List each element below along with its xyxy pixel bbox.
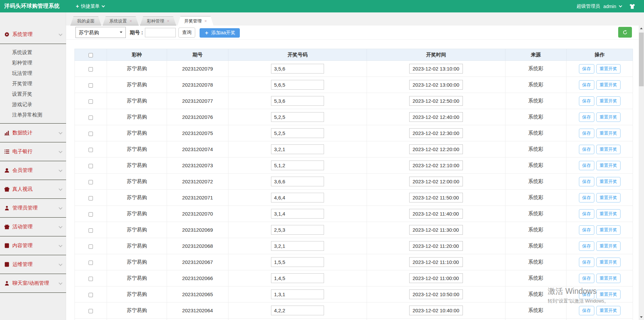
row-checkbox[interactable] xyxy=(89,99,93,104)
row-checkbox[interactable] xyxy=(89,228,93,233)
sidebar-subitem-order-anomaly-detection[interactable]: 注单异常检测 xyxy=(0,109,66,120)
draw-time-input[interactable] xyxy=(409,177,463,186)
save-button[interactable]: 保存 xyxy=(579,112,594,122)
draw-time-input[interactable] xyxy=(409,193,463,202)
save-button[interactable]: 保存 xyxy=(579,129,594,138)
vertical-scrollbar[interactable] xyxy=(639,26,644,320)
row-checkbox[interactable] xyxy=(89,196,93,200)
save-button[interactable]: 保存 xyxy=(579,177,594,186)
draw-numbers-input[interactable] xyxy=(271,80,324,90)
draw-time-input[interactable] xyxy=(409,112,463,122)
draw-time-input[interactable] xyxy=(409,144,463,154)
tab-system-settings[interactable]: 系统设置× xyxy=(103,16,139,26)
lottery-select[interactable]: 苏宁易购 xyxy=(75,27,126,38)
draw-time-input[interactable] xyxy=(409,161,463,170)
draw-numbers-input[interactable] xyxy=(271,289,324,299)
save-button[interactable]: 保存 xyxy=(579,258,594,267)
save-button[interactable]: 保存 xyxy=(579,209,594,219)
reset-draw-button[interactable]: 重置开奖 xyxy=(596,161,621,170)
sidebar-item-system-management[interactable]: 系统管理 xyxy=(0,25,66,44)
sidebar-subitem-set-draw[interactable]: 设置开奖 xyxy=(0,89,66,99)
draw-numbers-input[interactable] xyxy=(271,209,324,219)
reset-draw-button[interactable]: 重置开奖 xyxy=(596,64,621,74)
save-button[interactable]: 保存 xyxy=(579,80,594,90)
close-icon[interactable]: × xyxy=(167,19,170,23)
draw-numbers-input[interactable] xyxy=(271,96,324,106)
sidebar-subitem-draw-management[interactable]: 开奖管理 xyxy=(0,78,66,89)
row-checkbox[interactable] xyxy=(89,67,93,72)
draw-numbers-input[interactable] xyxy=(271,241,324,251)
sidebar-item-admin-management[interactable]: 管理员管理 xyxy=(0,199,66,218)
draw-time-input[interactable] xyxy=(409,96,463,106)
refresh-button[interactable] xyxy=(618,27,632,38)
save-button[interactable]: 保存 xyxy=(579,306,594,315)
row-checkbox[interactable] xyxy=(89,244,93,249)
reset-draw-button[interactable]: 重置开奖 xyxy=(596,241,621,251)
row-checkbox[interactable] xyxy=(89,261,93,265)
sidebar-item-activity-management[interactable]: 活动管理 xyxy=(0,218,66,236)
draw-time-input[interactable] xyxy=(409,80,463,90)
draw-numbers-input[interactable] xyxy=(271,177,324,186)
sidebar-item-member-management[interactable]: 会员管理 xyxy=(0,161,66,180)
reset-draw-button[interactable]: 重置开奖 xyxy=(596,112,621,122)
draw-numbers-input[interactable] xyxy=(271,225,324,235)
tab-lottery-management[interactable]: 彩种管理× xyxy=(140,16,176,26)
row-checkbox[interactable] xyxy=(89,148,93,152)
draw-numbers-input[interactable] xyxy=(271,306,324,315)
sidebar-subitem-play-management[interactable]: 玩法管理 xyxy=(0,68,66,78)
row-checkbox[interactable] xyxy=(89,132,93,136)
username-dropdown[interactable]: admin xyxy=(603,4,621,9)
reset-draw-button[interactable]: 重置开奖 xyxy=(596,193,621,202)
draw-time-input[interactable] xyxy=(409,257,463,267)
draw-numbers-input[interactable] xyxy=(271,144,324,154)
row-checkbox[interactable] xyxy=(89,277,93,281)
save-button[interactable]: 保存 xyxy=(579,274,594,283)
reset-draw-button[interactable]: 重置开奖 xyxy=(596,225,621,235)
reset-draw-button[interactable]: 重置开奖 xyxy=(596,129,621,138)
reset-draw-button[interactable]: 重置开奖 xyxy=(596,274,621,283)
draw-time-input[interactable] xyxy=(409,241,463,251)
select-all-checkbox[interactable] xyxy=(89,53,93,57)
tab-my-desktop[interactable]: 我的桌面 xyxy=(70,16,101,26)
draw-time-input[interactable] xyxy=(409,64,463,74)
tab-draw-management[interactable]: 开奖管理× xyxy=(177,16,214,26)
sidebar-subitem-game-records[interactable]: 游戏记录 xyxy=(0,99,66,109)
sidebar-item-live-video[interactable]: 真人视讯 xyxy=(0,180,66,199)
draw-numbers-input[interactable] xyxy=(271,161,324,170)
draw-time-input[interactable] xyxy=(409,225,463,235)
reset-draw-button[interactable]: 重置开奖 xyxy=(596,96,621,106)
save-button[interactable]: 保存 xyxy=(579,225,594,235)
save-button[interactable]: 保存 xyxy=(579,290,594,299)
draw-numbers-input[interactable] xyxy=(271,257,324,267)
scrollbar-thumb[interactable] xyxy=(639,33,644,86)
reset-draw-button[interactable]: 重置开奖 xyxy=(596,177,621,186)
scrollbar-down-arrow[interactable] xyxy=(639,314,644,320)
save-button[interactable]: 保存 xyxy=(579,145,594,154)
sidebar-subitem-system-settings[interactable]: 系统设置 xyxy=(0,47,66,57)
sidebar-item-ops-management[interactable]: 运维管理 xyxy=(0,255,66,274)
reset-draw-button[interactable]: 重置开奖 xyxy=(596,306,621,315)
sidebar-item-content-management[interactable]: 内容管理 xyxy=(0,236,66,255)
close-icon[interactable]: × xyxy=(129,19,132,23)
scrollbar-up-arrow[interactable] xyxy=(639,26,644,31)
sidebar-item-data-statistics[interactable]: 数据统计 xyxy=(0,124,66,142)
sidebar-item-chatroom-animation-management[interactable]: 聊天室/动画管理 xyxy=(0,274,66,293)
draw-time-input[interactable] xyxy=(409,128,463,138)
save-button[interactable]: 保存 xyxy=(579,241,594,251)
close-icon[interactable]: × xyxy=(204,19,207,23)
row-checkbox[interactable] xyxy=(89,164,93,168)
draw-time-input[interactable] xyxy=(409,209,463,219)
draw-time-input[interactable] xyxy=(409,289,463,299)
row-checkbox[interactable] xyxy=(89,180,93,184)
sidebar-subitem-lottery-management[interactable]: 彩种管理 xyxy=(0,57,66,68)
row-checkbox[interactable] xyxy=(89,83,93,88)
reset-draw-button[interactable]: 重置开奖 xyxy=(596,209,621,219)
row-checkbox[interactable] xyxy=(89,116,93,120)
row-checkbox[interactable] xyxy=(89,309,93,313)
save-button[interactable]: 保存 xyxy=(579,96,594,106)
reset-draw-button[interactable]: 重置开奖 xyxy=(596,80,621,90)
draw-numbers-input[interactable] xyxy=(271,112,324,122)
reset-draw-button[interactable]: 重置开奖 xyxy=(596,290,621,299)
issue-input[interactable] xyxy=(145,28,176,37)
save-button[interactable]: 保存 xyxy=(579,161,594,170)
